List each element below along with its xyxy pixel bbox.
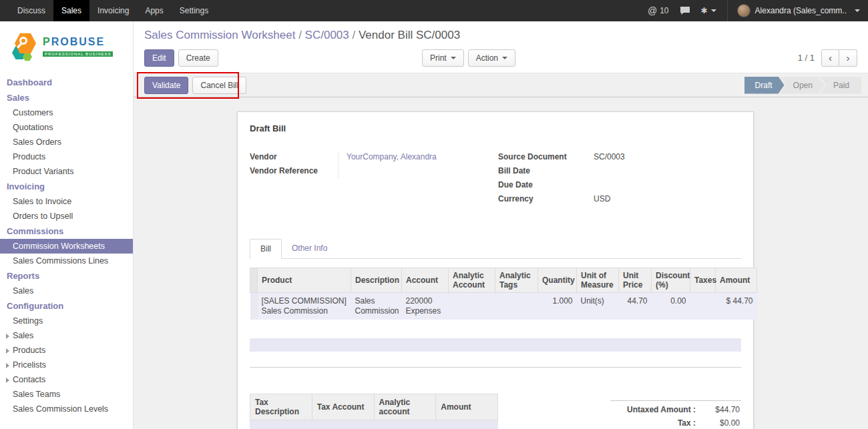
topbar: Discuss Sales Invoicing Apps Settings @ … bbox=[0, 0, 868, 21]
activities-glyph: ✱ bbox=[701, 6, 708, 15]
pager-previous-button[interactable]: ‹ bbox=[821, 49, 839, 67]
pager-next-button[interactable]: › bbox=[839, 49, 857, 67]
tax-table-header-row: Tax Description Tax Account Analytic acc… bbox=[250, 394, 498, 420]
topbar-right: @ 10 ✱ Alexandra (Sales_comm.. bbox=[648, 0, 868, 21]
breadcrumb-worksheet[interactable]: Sales Commission Worksheet bbox=[144, 29, 305, 41]
tab-other-info[interactable]: Other Info bbox=[282, 239, 337, 259]
statusbar-buttons: Validate Cancel Bill bbox=[144, 77, 246, 94]
tax-lines-table: Tax Description Tax Account Analytic acc… bbox=[250, 394, 498, 420]
topbar-menus: Discuss Sales Invoicing Apps Settings bbox=[0, 0, 216, 21]
column-header-account: Account bbox=[402, 268, 449, 293]
due-date-label: Due Date bbox=[498, 179, 594, 192]
menu-apps[interactable]: Apps bbox=[137, 0, 171, 21]
tax-lines-block: Tax Description Tax Account Analytic acc… bbox=[250, 394, 498, 429]
sidebar-item-reports-sales[interactable]: Sales bbox=[0, 284, 133, 298]
sidebar-item-product-variants[interactable]: Product Variants bbox=[0, 164, 133, 179]
tax-label: Tax : bbox=[612, 418, 705, 428]
sidebar-item-orders-to-upsell[interactable]: Orders to Upsell bbox=[0, 209, 133, 224]
cell-analytic-account bbox=[449, 293, 495, 320]
column-header-uom: Unit of Measure bbox=[577, 268, 619, 293]
sidebar-item-config-pricelists[interactable]: Pricelists bbox=[0, 358, 133, 372]
source-document-value: SC/0003 bbox=[594, 151, 741, 164]
sidebar-nav: Dashboard Sales Customers Quotations Sal… bbox=[0, 73, 133, 416]
totals-zone: Tax Description Tax Account Analytic acc… bbox=[250, 394, 741, 429]
edit-button[interactable]: Edit bbox=[144, 49, 174, 67]
activities-icon[interactable]: ✱ bbox=[701, 6, 716, 15]
probuse-logo-icon bbox=[11, 32, 37, 61]
cell-uom: Unit(s) bbox=[577, 293, 619, 320]
sidebar-item-customers[interactable]: Customers bbox=[0, 105, 133, 120]
menu-invoicing[interactable]: Invoicing bbox=[89, 0, 137, 21]
column-header-quantity: Quantity bbox=[538, 268, 577, 293]
sidebar-item-quotations[interactable]: Quotations bbox=[0, 120, 133, 135]
column-header-discount: Discount (%) bbox=[652, 268, 690, 293]
cell-product: [SALES COMMISSION] Sales Commission bbox=[258, 293, 351, 320]
validate-button[interactable]: Validate bbox=[144, 77, 188, 94]
pager-count: 1 / 1 bbox=[798, 53, 815, 63]
sidebar-item-dashboard[interactable]: Dashboard bbox=[0, 75, 133, 90]
status-open[interactable]: Open bbox=[780, 77, 825, 94]
action-dropdown[interactable]: Action bbox=[468, 49, 515, 67]
sidebar-item-sales-commission-levels[interactable]: Sales Commission Levels bbox=[0, 402, 133, 416]
chevron-right-icon bbox=[6, 348, 9, 354]
menu-sales[interactable]: Sales bbox=[53, 0, 89, 21]
column-header-tax-amount: Amount bbox=[436, 394, 498, 420]
due-date-value bbox=[594, 179, 741, 192]
untaxed-amount-label: Untaxed Amount : bbox=[612, 405, 705, 414]
sidebar-item-label: Pricelists bbox=[13, 360, 46, 370]
sidebar-item-config-settings[interactable]: Settings bbox=[0, 314, 133, 328]
user-menu[interactable]: Alexandra (Sales_comm.. bbox=[727, 0, 860, 21]
table-row[interactable]: [SALES COMMISSION] Sales Commission Sale… bbox=[250, 293, 757, 320]
mention-count: 10 bbox=[660, 6, 668, 15]
bill-date-value bbox=[594, 165, 741, 178]
create-button[interactable]: Create bbox=[178, 49, 218, 67]
column-header-tax-description: Tax Description bbox=[250, 394, 312, 420]
logo-brand-text: PROBUSE bbox=[43, 36, 113, 48]
messages-icon[interactable] bbox=[680, 6, 690, 15]
print-dropdown[interactable]: Print bbox=[422, 49, 464, 67]
untaxed-amount-value: $44.70 bbox=[705, 405, 740, 414]
tax-value: $0.00 bbox=[705, 418, 740, 428]
user-name: Alexandra (Sales_comm.. bbox=[755, 6, 847, 15]
cell-analytic-tags bbox=[495, 293, 538, 320]
menu-settings[interactable]: Settings bbox=[172, 0, 216, 21]
status-draft[interactable]: Draft bbox=[744, 77, 785, 94]
print-action-group: Print Action bbox=[422, 49, 515, 67]
mention-icon: @ bbox=[648, 5, 657, 16]
control-panel: Sales Commission WorksheetSC/0003Vendor … bbox=[134, 21, 868, 73]
breadcrumb: Sales Commission WorksheetSC/0003Vendor … bbox=[144, 28, 857, 43]
sidebar-item-sales-to-invoice[interactable]: Sales to Invoice bbox=[0, 194, 133, 209]
status-paid[interactable]: Paid bbox=[820, 77, 861, 94]
sidebar-item-config-sales[interactable]: Sales bbox=[0, 328, 133, 343]
currency-label: Currency bbox=[498, 193, 594, 206]
status-pipeline: Draft Open Paid bbox=[744, 77, 861, 94]
cell-taxes bbox=[690, 293, 716, 320]
mentions-counter[interactable]: @ 10 bbox=[648, 5, 669, 16]
breadcrumb-sc0003[interactable]: SC/0003 bbox=[305, 29, 359, 41]
avatar bbox=[737, 4, 750, 17]
invoice-lines-table: Product Description Account Analytic Acc… bbox=[250, 268, 757, 320]
chevron-right-icon bbox=[6, 334, 9, 339]
chevron-right-icon bbox=[6, 363, 9, 368]
column-header-analytic-tags: Analytic Tags bbox=[495, 268, 538, 293]
sidebar-item-sales-orders[interactable]: Sales Orders bbox=[0, 135, 133, 149]
sidebar-item-sales-commissions-lines[interactable]: Sales Commissions Lines bbox=[0, 254, 133, 268]
tab-bill[interactable]: Bill bbox=[250, 239, 282, 259]
notebook-tabs: Bill Other Info bbox=[250, 238, 741, 259]
sidebar-item-sales-teams[interactable]: Sales Teams bbox=[0, 387, 133, 402]
column-header-amount: Amount bbox=[716, 268, 757, 293]
form-sheet: Draft Bill Vendor YourCompany, Alexandra… bbox=[237, 111, 754, 429]
sidebar-item-products[interactable]: Products bbox=[0, 149, 133, 164]
menu-discuss[interactable]: Discuss bbox=[9, 0, 53, 21]
chevron-right-icon bbox=[6, 378, 9, 383]
chevron-down-icon bbox=[711, 9, 716, 12]
sidebar-item-commission-worksheets[interactable]: Commission Worksheets bbox=[0, 239, 133, 254]
action-label: Action bbox=[476, 53, 498, 63]
sidebar-item-config-products[interactable]: Products bbox=[0, 343, 133, 358]
statusbar: Validate Cancel Bill Draft Open Paid bbox=[134, 73, 868, 97]
cancel-bill-button[interactable]: Cancel Bill bbox=[192, 77, 246, 94]
vendor-reference-value bbox=[338, 165, 489, 178]
vendor-reference-label: Vendor Reference bbox=[250, 165, 338, 178]
vendor-value[interactable]: YourCompany, Alexandra bbox=[338, 151, 489, 164]
sidebar-item-config-contacts[interactable]: Contacts bbox=[0, 372, 133, 387]
